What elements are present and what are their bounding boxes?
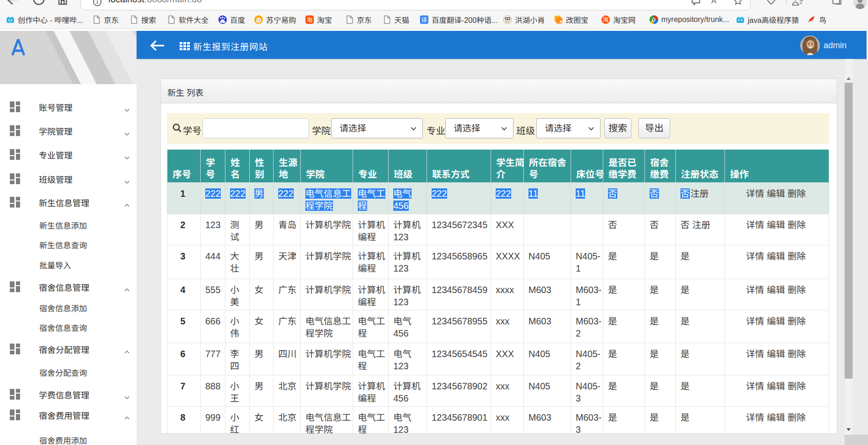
svg-text:淘: 淘 (603, 15, 608, 23)
svg-text:译: 译 (421, 15, 427, 24)
svg-text:Aʺʺ: Aʺʺ (711, 0, 722, 5)
svg-text:淘: 淘 (307, 15, 313, 24)
